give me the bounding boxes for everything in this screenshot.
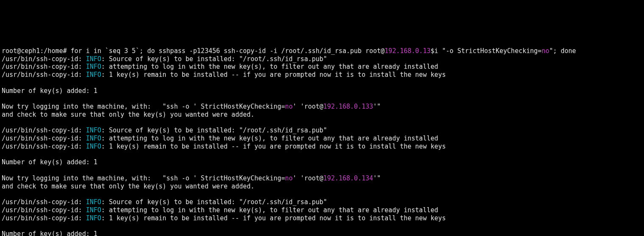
info-msg: Source of key(s) to be installed: "/root… — [109, 55, 327, 63]
script-path: /usr/bin/ssh-copy-id: — [2, 143, 86, 150]
added-text: Number of key(s) added: 1 — [2, 230, 98, 236]
no-keyword: no — [285, 174, 293, 182]
info-line: /usr/bin/ssh-copy-id: INFO: Source of ke… — [2, 126, 642, 135]
info-tag: INFO — [86, 126, 101, 134]
info-msg: attempting to log in with the new key(s)… — [109, 135, 438, 142]
script-path: /usr/bin/ssh-copy-id: — [2, 55, 86, 63]
try-mid: ' 'root@ — [293, 174, 323, 182]
added-line: Number of key(s) added: 1 — [2, 230, 642, 236]
info-msg: Source of key(s) to be installed: "/root… — [109, 126, 327, 134]
colon: : — [101, 63, 109, 70]
info-msg: 1 key(s) remain to be installed -- if yo… — [109, 143, 446, 150]
script-path: /usr/bin/ssh-copy-id: — [2, 206, 86, 214]
colon: : — [101, 71, 109, 79]
ip-address: 192.168.0.134 — [323, 174, 373, 182]
info-tag: INFO — [86, 214, 101, 222]
info-tag: INFO — [86, 63, 101, 70]
info-tag: INFO — [86, 71, 101, 79]
info-line: /usr/bin/ssh-copy-id: INFO: attempting t… — [2, 206, 642, 214]
try-suffix: '" — [373, 103, 381, 110]
try-prefix: Now try logging into the machine, with: … — [2, 103, 285, 110]
script-path: /usr/bin/ssh-copy-id: — [2, 214, 86, 222]
info-msg: Source of key(s) to be installed: "/root… — [109, 198, 327, 206]
colon: : — [101, 55, 109, 63]
script-path: /usr/bin/ssh-copy-id: — [2, 135, 86, 142]
colon: : — [101, 206, 109, 214]
colon: : — [101, 143, 109, 150]
shell-prompt: root@ceph1:/home# — [2, 47, 71, 55]
info-tag: INFO — [86, 135, 101, 142]
colon: : — [101, 135, 109, 142]
info-line: /usr/bin/ssh-copy-id: INFO: 1 key(s) rem… — [2, 71, 642, 79]
script-path: /usr/bin/ssh-copy-id: — [2, 63, 86, 70]
info-line: /usr/bin/ssh-copy-id: INFO: 1 key(s) rem… — [2, 143, 642, 151]
info-line: /usr/bin/ssh-copy-id: INFO: Source of ke… — [2, 55, 642, 63]
info-line: /usr/bin/ssh-copy-id: INFO: attempting t… — [2, 63, 642, 71]
info-tag: INFO — [86, 198, 101, 206]
try-prefix: Now try logging into the machine, with: … — [2, 174, 285, 182]
info-msg: 1 key(s) remain to be installed -- if yo… — [109, 214, 446, 222]
command-text: for i in `seq 3 5`; do sshpass -p123456 … — [71, 47, 385, 55]
try-suffix: '" — [373, 174, 381, 182]
info-line: /usr/bin/ssh-copy-id: INFO: 1 key(s) rem… — [2, 214, 642, 222]
no-keyword: no — [285, 103, 293, 110]
added-text: Number of key(s) added: 1 — [2, 158, 98, 166]
colon: : — [101, 198, 109, 206]
prompt-line: root@ceph1:/home# for i in `seq 3 5`; do… — [2, 47, 642, 55]
info-msg: 1 key(s) remain to be installed -- if yo… — [109, 71, 446, 79]
try-mid: ' 'root@ — [293, 103, 323, 110]
check-line: and check to make sure that only the key… — [2, 183, 642, 191]
info-line: /usr/bin/ssh-copy-id: INFO: Source of ke… — [2, 198, 642, 206]
script-path: /usr/bin/ssh-copy-id: — [2, 126, 86, 134]
check-line: and check to make sure that only the key… — [2, 111, 642, 119]
no-keyword: no — [541, 47, 549, 55]
info-tag: INFO — [86, 143, 101, 150]
added-line: Number of key(s) added: 1 — [2, 87, 642, 95]
info-msg: attempting to log in with the new key(s)… — [109, 63, 438, 70]
command-text: "; done — [549, 47, 576, 55]
try-line: Now try logging into the machine, with: … — [2, 174, 642, 183]
try-line: Now try logging into the machine, with: … — [2, 103, 642, 111]
terminal-output: root@ceph1:/home# for i in `seq 3 5`; do… — [0, 46, 644, 236]
script-path: /usr/bin/ssh-copy-id: — [2, 71, 86, 79]
colon: : — [101, 214, 109, 222]
command-text: $i "-o StrictHostKeyChecking= — [430, 47, 541, 55]
colon: : — [101, 126, 109, 134]
info-line: /usr/bin/ssh-copy-id: INFO: attempting t… — [2, 135, 642, 143]
check-text: and check to make sure that only the key… — [2, 183, 254, 190]
ip-prefix: 192.168.0.13 — [385, 47, 430, 55]
check-text: and check to make sure that only the key… — [2, 111, 254, 118]
info-msg: attempting to log in with the new key(s)… — [109, 206, 438, 214]
script-path: /usr/bin/ssh-copy-id: — [2, 198, 86, 206]
added-line: Number of key(s) added: 1 — [2, 158, 642, 166]
added-text: Number of key(s) added: 1 — [2, 87, 98, 95]
ip-address: 192.168.0.133 — [323, 103, 373, 110]
info-tag: INFO — [86, 206, 101, 214]
info-tag: INFO — [86, 55, 101, 63]
